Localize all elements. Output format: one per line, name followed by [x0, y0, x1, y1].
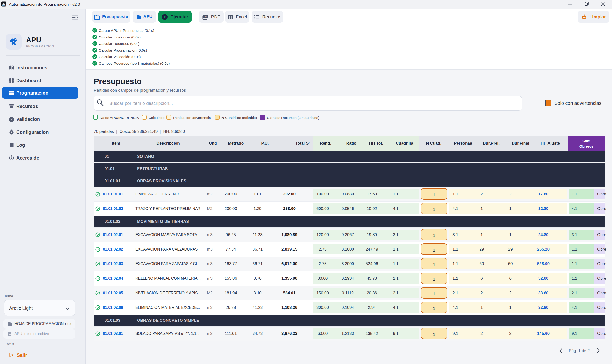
svg-text:PDF: PDF: [204, 15, 208, 18]
